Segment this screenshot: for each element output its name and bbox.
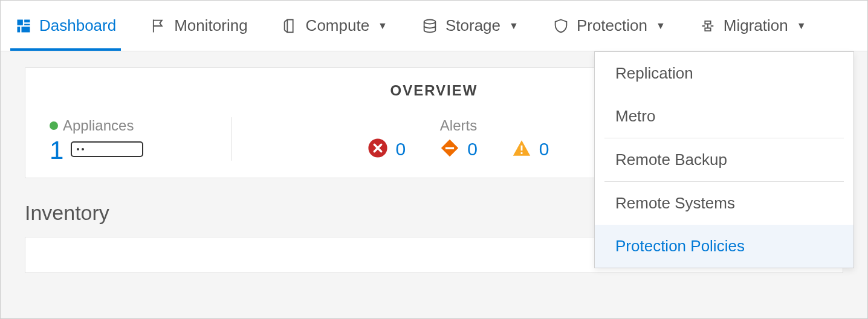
menu-remote-backup[interactable]: Remote Backup: [595, 138, 853, 181]
caret-down-icon: ▼: [797, 21, 806, 31]
caret-down-icon: ▼: [656, 21, 666, 31]
svg-point-7: [77, 148, 79, 150]
critical-icon: [368, 138, 388, 161]
migration-icon: [699, 18, 716, 34]
top-nav: Dashboard Monitoring Compute ▼ Storage ▼…: [1, 1, 867, 51]
menu-metro[interactable]: Metro: [595, 95, 853, 138]
overview-appliances: Appliances 1: [50, 117, 231, 163]
alert-critical[interactable]: 0: [368, 138, 406, 161]
major-icon: [439, 138, 460, 161]
alert-critical-count: 0: [395, 139, 406, 160]
svg-rect-0: [18, 19, 23, 25]
content-area: OVERVIEW Appliances 1 Alerts: [1, 51, 867, 289]
alert-major-count: 0: [467, 139, 478, 160]
flag-icon: [150, 18, 167, 34]
dashboard-icon: [15, 18, 32, 34]
svg-point-5: [424, 19, 436, 24]
svg-rect-11: [520, 146, 522, 151]
storage-icon: [421, 18, 438, 34]
protection-dropdown: Replication Metro Remote Backup Remote S…: [594, 51, 854, 268]
svg-rect-12: [520, 152, 522, 154]
nav-compute[interactable]: Compute ▼: [279, 1, 390, 51]
nav-monitoring[interactable]: Monitoring: [147, 1, 250, 51]
alert-warning[interactable]: 0: [511, 138, 549, 161]
svg-rect-10: [445, 147, 454, 150]
status-dot-icon: [50, 121, 58, 130]
svg-rect-1: [24, 19, 30, 22]
appliance-icon: [71, 141, 143, 160]
alert-major[interactable]: 0: [439, 138, 478, 161]
appliances-count: 1: [50, 138, 63, 163]
svg-point-8: [82, 148, 84, 150]
svg-rect-4: [22, 27, 30, 32]
alerts-label: Alerts: [440, 117, 477, 134]
nav-compute-label: Compute: [306, 16, 370, 35]
nav-dashboard[interactable]: Dashboard: [13, 1, 118, 51]
nav-migration[interactable]: Migration ▼: [697, 1, 809, 51]
shield-icon: [552, 18, 569, 34]
alert-warning-count: 0: [539, 139, 549, 160]
nav-storage[interactable]: Storage ▼: [419, 1, 521, 51]
nav-storage-label: Storage: [445, 16, 500, 35]
menu-replication[interactable]: Replication: [595, 52, 853, 95]
svg-rect-3: [18, 27, 21, 32]
nav-migration-label: Migration: [724, 16, 788, 35]
appliances-label: Appliances: [63, 117, 134, 134]
menu-remote-systems[interactable]: Remote Systems: [595, 182, 853, 225]
menu-protection-policies[interactable]: Protection Policies: [595, 225, 853, 268]
caret-down-icon: ▼: [509, 21, 519, 31]
nav-monitoring-label: Monitoring: [174, 16, 247, 35]
svg-rect-2: [24, 24, 30, 25]
warning-icon: [511, 138, 532, 161]
caret-down-icon: ▼: [378, 21, 387, 31]
nav-dashboard-label: Dashboard: [39, 16, 116, 35]
compute-icon: [282, 18, 299, 34]
nav-protection[interactable]: Protection ▼: [550, 1, 668, 51]
nav-protection-label: Protection: [577, 16, 647, 35]
